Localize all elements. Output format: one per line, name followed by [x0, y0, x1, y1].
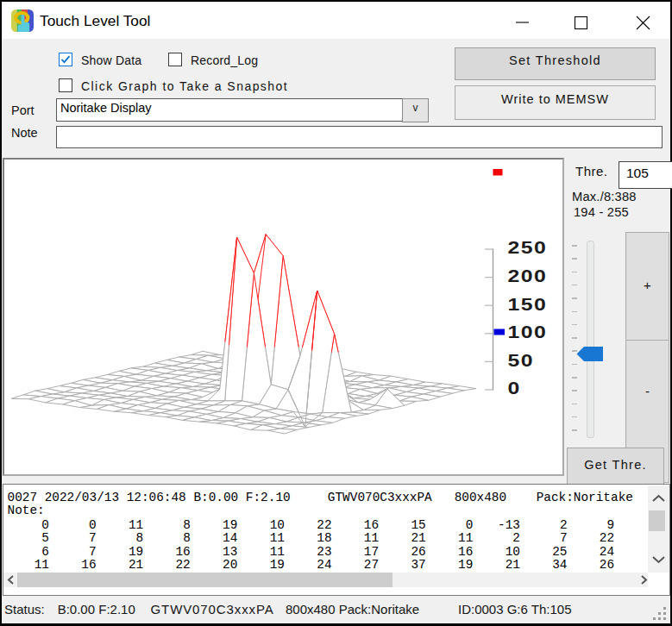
- svg-text:200: 200: [508, 266, 548, 285]
- svg-text:0: 0: [508, 379, 521, 398]
- svg-text:50: 50: [508, 351, 535, 370]
- svg-text:150: 150: [508, 295, 548, 314]
- svg-text:100: 100: [508, 322, 548, 341]
- svg-text:250: 250: [508, 239, 548, 258]
